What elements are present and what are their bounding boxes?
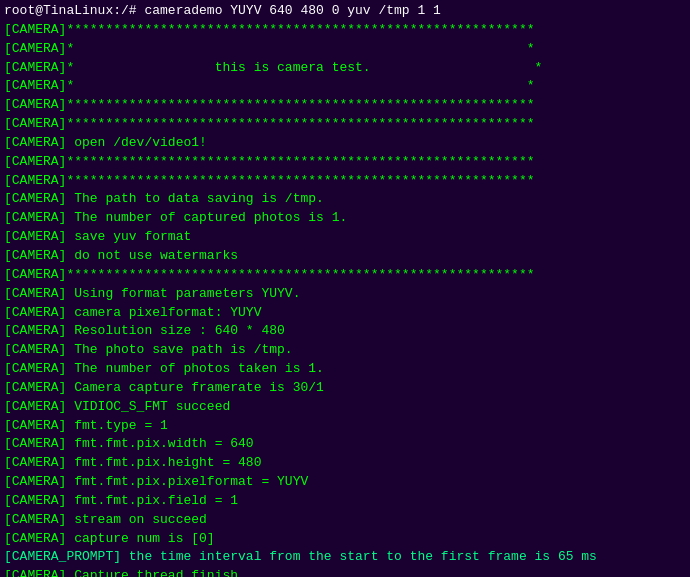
terminal-line: [CAMERA] do not use watermarks: [4, 247, 686, 266]
terminal-line: [CAMERA] fmt.type = 1: [4, 417, 686, 436]
terminal-line: [CAMERA] fmt.fmt.pix.height = 480: [4, 454, 686, 473]
terminal-line: [CAMERA] The number of captured photos i…: [4, 209, 686, 228]
terminal-line: [CAMERA] The number of photos taken is 1…: [4, 360, 686, 379]
terminal-line: [CAMERA] fmt.fmt.pix.pixelformat = YUYV: [4, 473, 686, 492]
terminal-line: [CAMERA] fmt.fmt.pix.field = 1: [4, 492, 686, 511]
terminal-line: [CAMERA]********************************…: [4, 96, 686, 115]
terminal-line: [CAMERA] Camera capture framerate is 30/…: [4, 379, 686, 398]
terminal-line: [CAMERA] The photo save path is /tmp.: [4, 341, 686, 360]
terminal-line: [CAMERA] fmt.fmt.pix.width = 640: [4, 435, 686, 454]
terminal-line: [CAMERA] VIDIOC_S_FMT succeed: [4, 398, 686, 417]
terminal-line: [CAMERA]********************************…: [4, 21, 686, 40]
terminal-line: [CAMERA] Using format parameters YUYV.: [4, 285, 686, 304]
terminal-window: root@TinaLinux:/# camerademo YUYV 640 48…: [0, 0, 690, 577]
terminal-line: [CAMERA] camera pixelformat: YUYV: [4, 304, 686, 323]
terminal-line: [CAMERA]* *: [4, 77, 686, 96]
terminal-line: [CAMERA] stream on succeed: [4, 511, 686, 530]
terminal-line: [CAMERA] capture num is [0]: [4, 530, 686, 549]
terminal-line: [CAMERA] The path to data saving is /tmp…: [4, 190, 686, 209]
terminal-line: [CAMERA] save yuv format: [4, 228, 686, 247]
terminal-line: [CAMERA] open /dev/video1!: [4, 134, 686, 153]
terminal-line: [CAMERA]********************************…: [4, 153, 686, 172]
terminal-line: [CAMERA]********************************…: [4, 266, 686, 285]
terminal-line: [CAMERA] Resolution size : 640 * 480: [4, 322, 686, 341]
terminal-line: [CAMERA]* *: [4, 40, 686, 59]
terminal-line: [CAMERA_PROMPT] the time interval from t…: [4, 548, 686, 567]
terminal-line: [CAMERA] Capture thread finish: [4, 567, 686, 577]
terminal-line: [CAMERA]********************************…: [4, 172, 686, 191]
terminal-line: [CAMERA]* this is camera test. *: [4, 59, 686, 78]
terminal-line: [CAMERA]********************************…: [4, 115, 686, 134]
terminal-line: root@TinaLinux:/# camerademo YUYV 640 48…: [4, 2, 686, 21]
